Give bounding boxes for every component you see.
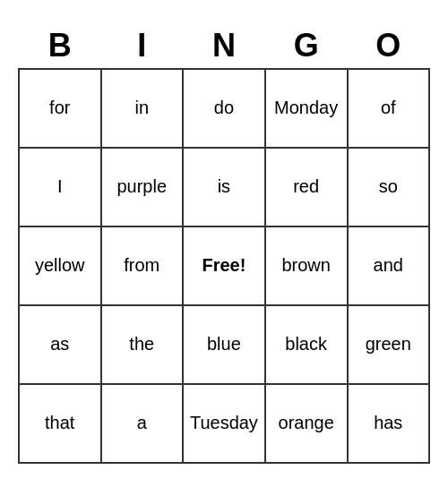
bingo-cell-r1-c4[interactable]: so bbox=[348, 148, 429, 226]
bingo-cell-r0-c1[interactable]: in bbox=[101, 69, 184, 148]
bingo-cell-r4-c1[interactable]: a bbox=[101, 384, 184, 463]
bingo-cell-r1-c2[interactable]: is bbox=[183, 148, 265, 226]
bingo-cell-r0-c3[interactable]: Monday bbox=[265, 69, 348, 148]
bingo-cell-r3-c4[interactable]: green bbox=[348, 305, 429, 384]
table-row: astheblueblackgreen bbox=[19, 305, 429, 384]
bingo-cell-r1-c3[interactable]: red bbox=[265, 148, 348, 226]
header-cell-g: G bbox=[265, 24, 348, 69]
bingo-cell-r4-c2[interactable]: Tuesday bbox=[183, 384, 265, 463]
bingo-cell-r2-c2[interactable]: Free! bbox=[183, 226, 265, 305]
header-cell-n: N bbox=[183, 24, 265, 69]
bingo-cell-r3-c1[interactable]: the bbox=[101, 305, 184, 384]
bingo-cell-r3-c0[interactable]: as bbox=[19, 305, 101, 384]
table-row: forindoMondayof bbox=[19, 69, 429, 148]
bingo-cell-r4-c3[interactable]: orange bbox=[265, 384, 348, 463]
bingo-cell-r4-c4[interactable]: has bbox=[348, 384, 429, 463]
table-row: Ipurpleisredso bbox=[19, 148, 429, 226]
header-cell-i: I bbox=[101, 24, 184, 69]
bingo-cell-r1-c1[interactable]: purple bbox=[101, 148, 184, 226]
bingo-cell-r3-c3[interactable]: black bbox=[265, 305, 348, 384]
bingo-cell-r3-c2[interactable]: blue bbox=[183, 305, 265, 384]
bingo-cell-r0-c2[interactable]: do bbox=[183, 69, 265, 148]
bingo-cell-r2-c3[interactable]: brown bbox=[265, 226, 348, 305]
table-row: thataTuesdayorangehas bbox=[19, 384, 429, 463]
header-row: BINGO bbox=[19, 24, 429, 69]
bingo-cell-r2-c4[interactable]: and bbox=[348, 226, 429, 305]
header-cell-b: B bbox=[19, 24, 101, 69]
bingo-cell-r0-c4[interactable]: of bbox=[348, 69, 429, 148]
bingo-cell-r2-c0[interactable]: yellow bbox=[19, 226, 101, 305]
bingo-cell-r1-c0[interactable]: I bbox=[19, 148, 101, 226]
bingo-card: BINGO forindoMondayofIpurpleisredsoyello… bbox=[18, 24, 430, 464]
header-cell-o: O bbox=[348, 24, 429, 69]
bingo-cell-r0-c0[interactable]: for bbox=[19, 69, 101, 148]
bingo-cell-r4-c0[interactable]: that bbox=[19, 384, 101, 463]
table-row: yellowfromFree!brownand bbox=[19, 226, 429, 305]
bingo-cell-r2-c1[interactable]: from bbox=[101, 226, 184, 305]
